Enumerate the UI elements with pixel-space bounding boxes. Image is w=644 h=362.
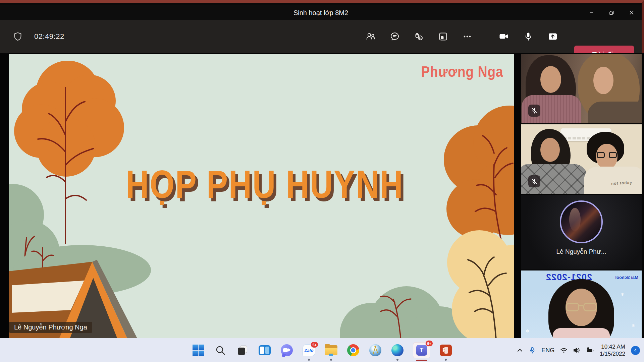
glasses	[565, 303, 597, 312]
windows-taskbar: Zalo 5+	[0, 338, 644, 362]
participants-icon	[366, 32, 376, 42]
more-options-button[interactable]	[460, 29, 475, 44]
clock[interactable]: 10:42 AM 1/15/2022	[600, 343, 625, 357]
active-window-indicator	[416, 360, 427, 361]
shield-icon	[13, 32, 23, 42]
zalo-button[interactable]: Zalo 5+	[302, 344, 316, 357]
mic-muted-icon	[531, 178, 538, 185]
breakout-rooms-icon	[438, 32, 448, 42]
microphone-button[interactable]	[521, 29, 536, 44]
snowflake-decor: ❄	[526, 328, 529, 334]
teams-badge: 9+	[425, 340, 433, 347]
snowflake-decor: ❄	[621, 292, 624, 297]
presenter-name-label: Lê Nguyễn Phương Nga	[9, 322, 92, 333]
share-screen-button[interactable]	[545, 29, 560, 44]
minimize-button[interactable]	[581, 5, 601, 20]
participant-tile-4[interactable]: Mai School 2021-2022 ❄ ❄ ❄	[521, 270, 642, 340]
desktop: Sinh hoạt lớp 8M2	[0, 0, 644, 362]
widgets-button[interactable]	[258, 344, 271, 357]
teams-letter: T	[420, 347, 423, 354]
restore-button[interactable]	[601, 5, 622, 20]
window-controls	[581, 5, 642, 20]
meeting-timer: 02:49:22	[34, 32, 64, 41]
running-indicator	[308, 359, 310, 361]
glasses	[597, 152, 617, 159]
person-face	[593, 67, 613, 94]
powerpoint-button[interactable]: P	[439, 344, 452, 357]
tray-microphone-icon[interactable]	[529, 347, 536, 354]
teams-icon: T	[416, 345, 427, 356]
task-view-button[interactable]	[236, 344, 249, 357]
toolbar-icon-group	[363, 20, 475, 53]
mic-muted-icon	[531, 108, 538, 114]
wifi-icon[interactable]	[560, 347, 568, 353]
running-indicator	[396, 359, 398, 361]
file-explorer-button[interactable]	[324, 344, 338, 357]
participants-button[interactable]	[363, 29, 378, 44]
zalo-badge: 5+	[311, 342, 318, 348]
edge-icon	[391, 344, 404, 356]
language-indicator[interactable]: ENG	[541, 347, 554, 354]
breakout-rooms-button[interactable]	[436, 29, 450, 44]
task-view-icon	[237, 345, 248, 356]
sketchpad-icon	[369, 344, 381, 356]
meeting-toolbar: 02:49:22	[0, 20, 642, 53]
restore-icon	[609, 11, 614, 15]
tray-time: 10:42 AM	[600, 343, 625, 350]
person-body	[588, 102, 642, 123]
tray-date: 1/15/2022	[600, 350, 625, 357]
participant-name: Lê Nguyễn Phư...	[521, 248, 642, 255]
windows-start-icon	[193, 345, 204, 356]
titlebar[interactable]: Sinh hoạt lớp 8M2	[0, 5, 642, 20]
participant-tile-1[interactable]	[521, 54, 642, 123]
taskbar-apps: Zalo 5+	[192, 338, 452, 362]
meeting-status: 02:49:22	[13, 20, 64, 53]
share-screen-icon	[548, 32, 558, 42]
chat-bubble-icon	[281, 344, 293, 356]
meeting-stage: Phương Nga HỌP PHỤ HUYNH Lê Nguyễn Phươn…	[0, 53, 644, 341]
chat-icon	[390, 32, 400, 42]
edge-button[interactable]	[391, 344, 404, 357]
tray-chevron-up-icon[interactable]	[517, 347, 523, 354]
teams-meeting-window: Sinh hoạt lớp 8M2	[0, 0, 644, 338]
teams-chat-button[interactable]	[280, 344, 293, 357]
search-button[interactable]	[214, 344, 227, 357]
powerpoint-icon: P	[440, 345, 452, 356]
banner-school-text: Mai School	[615, 275, 638, 280]
reactions-button[interactable]	[412, 29, 426, 44]
device-controls	[496, 20, 560, 53]
participant-tile-3[interactable]: Lê Nguyễn Phư...	[521, 195, 642, 269]
start-button[interactable]	[192, 344, 205, 357]
snowflake-decor: ❄	[631, 323, 635, 328]
avatar	[560, 200, 603, 243]
battery-charging-icon[interactable]	[586, 347, 594, 353]
close-button[interactable]	[622, 5, 642, 20]
chrome-button[interactable]	[346, 344, 360, 357]
person-face	[540, 66, 561, 93]
shared-screen-slide[interactable]: Phương Nga HỌP PHỤ HUYNH Lê Nguyễn Phươn…	[9, 54, 514, 340]
microphone-icon	[523, 32, 533, 42]
muted-indicator	[528, 175, 540, 187]
folder-icon	[325, 345, 337, 355]
chrome-icon	[347, 344, 359, 356]
teams-button[interactable]: T 9+	[413, 342, 430, 358]
widgets-icon	[259, 345, 271, 355]
more-icon	[462, 32, 472, 42]
close-icon	[630, 11, 634, 15]
reactions-icon	[414, 32, 424, 42]
slide-title: HỌP PHỤ HUYNH	[126, 162, 404, 207]
person-face	[540, 138, 560, 162]
chat-button[interactable]	[387, 29, 402, 44]
muted-indicator	[528, 105, 540, 117]
volume-icon[interactable]	[573, 347, 581, 353]
camera-button[interactable]	[496, 29, 511, 44]
window-title: Sinh hoạt lớp 8M2	[0, 5, 642, 20]
participant-tile-2[interactable]: not today	[521, 124, 642, 194]
person-body	[584, 167, 642, 194]
sketchpad-button[interactable]	[369, 344, 382, 357]
notification-count-badge[interactable]: 4	[631, 346, 640, 355]
zalo-label: Zalo	[305, 348, 314, 353]
camera-icon	[499, 32, 509, 42]
minimize-icon	[589, 11, 593, 15]
running-indicator	[445, 359, 447, 361]
